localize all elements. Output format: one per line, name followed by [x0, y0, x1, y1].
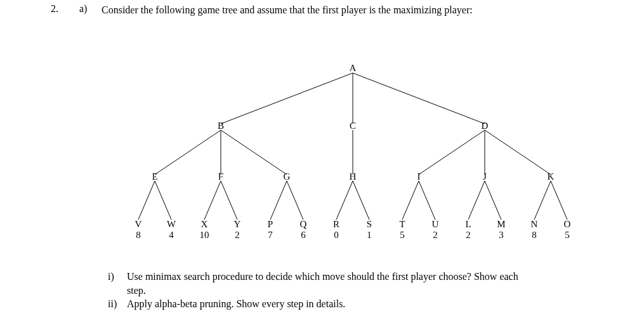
svg-line-22	[534, 181, 551, 220]
leaf-Q-value: 6	[301, 230, 306, 240]
node-B: B	[218, 121, 224, 131]
leaf-O-label: O	[564, 219, 571, 229]
node-I: I	[417, 171, 421, 182]
node-D: D	[482, 121, 489, 131]
node-K: K	[548, 171, 555, 182]
question-header: 2. a) Consider the following game tree a…	[51, 3, 622, 17]
leaf-T-label: T	[399, 219, 405, 229]
svg-line-20	[468, 181, 485, 220]
leaf-Q-label: Q	[300, 219, 307, 229]
leaf-W-value: 4	[169, 230, 174, 240]
node-E: E	[152, 171, 157, 182]
leaf-V-value: 8	[136, 230, 141, 240]
subquestions: i) Use minimax search procedure to decid…	[108, 270, 615, 311]
subpart-ii: ii) Apply alpha-beta pruning. Show every…	[108, 297, 615, 311]
leaf-N-label: N	[531, 219, 538, 229]
question-part: a)	[79, 3, 102, 15]
node-A: A	[350, 63, 357, 73]
svg-line-15	[287, 181, 303, 220]
leaf-N-value: 8	[532, 230, 537, 240]
edges-l3-leaves	[138, 181, 567, 220]
subpart-i-text: Use minimax search procedure to decide w…	[127, 270, 520, 297]
leaf-P-value: 7	[268, 230, 273, 240]
game-tree-svg: A B C D E F G H I J K V W X Y P Q R S	[102, 57, 622, 260]
leaf-S-label: S	[367, 219, 372, 229]
node-H: H	[350, 171, 357, 182]
svg-line-23	[551, 181, 567, 220]
leaf-S-value: 1	[367, 230, 372, 240]
leaf-X-label: X	[201, 219, 208, 229]
leaf-O-value: 5	[565, 230, 570, 240]
leaf-X-value: 10	[200, 230, 209, 240]
svg-line-3	[155, 130, 221, 175]
node-G: G	[284, 171, 291, 182]
svg-line-16	[336, 181, 353, 220]
subpart-i-marker: i)	[108, 270, 127, 284]
svg-line-0	[221, 73, 353, 124]
edges-l2-l3	[155, 130, 551, 175]
question-number: 2.	[51, 3, 79, 15]
leaf-P-label: P	[268, 219, 273, 229]
leaf-R-value: 0	[334, 230, 339, 240]
svg-line-21	[485, 181, 501, 220]
node-C: C	[350, 121, 356, 131]
svg-line-7	[419, 130, 485, 175]
leaf-T-value: 5	[400, 230, 405, 240]
svg-line-5	[221, 130, 287, 175]
game-tree-figure: A B C D E F G H I J K V W X Y P Q R S	[102, 57, 622, 260]
leaf-R-label: R	[333, 219, 339, 229]
subpart-ii-marker: ii)	[108, 297, 127, 311]
page: 2. a) Consider the following game tree a…	[0, 0, 644, 318]
edges-l1-l2	[221, 73, 485, 124]
svg-line-14	[270, 181, 287, 220]
svg-line-11	[155, 181, 171, 220]
leaf-V-label: V	[135, 219, 142, 229]
question-prompt: Consider the following game tree and ass…	[102, 3, 473, 17]
svg-line-19	[419, 181, 435, 220]
node-J: J	[483, 171, 487, 182]
leaf-Y-label: Y	[234, 219, 241, 229]
svg-line-17	[353, 181, 369, 220]
leaf-M-value: 3	[499, 230, 504, 240]
svg-line-18	[402, 181, 419, 220]
leaf-Y-value: 2	[235, 230, 240, 240]
svg-line-2	[353, 73, 485, 124]
subpart-i: i) Use minimax search procedure to decid…	[108, 270, 615, 297]
svg-line-12	[204, 181, 221, 220]
leaf-U-value: 2	[433, 230, 438, 240]
leaf-M-label: M	[497, 219, 505, 229]
leaf-L-value: 2	[466, 230, 471, 240]
leaf-W-label: W	[167, 219, 176, 229]
leaf-L-label: L	[465, 219, 471, 229]
svg-line-13	[221, 181, 237, 220]
leaf-U-label: U	[432, 219, 439, 229]
svg-line-9	[485, 130, 551, 175]
subpart-ii-text: Apply alpha-beta pruning. Show every ste…	[127, 297, 345, 311]
svg-line-10	[138, 181, 155, 220]
node-F: F	[218, 171, 223, 182]
